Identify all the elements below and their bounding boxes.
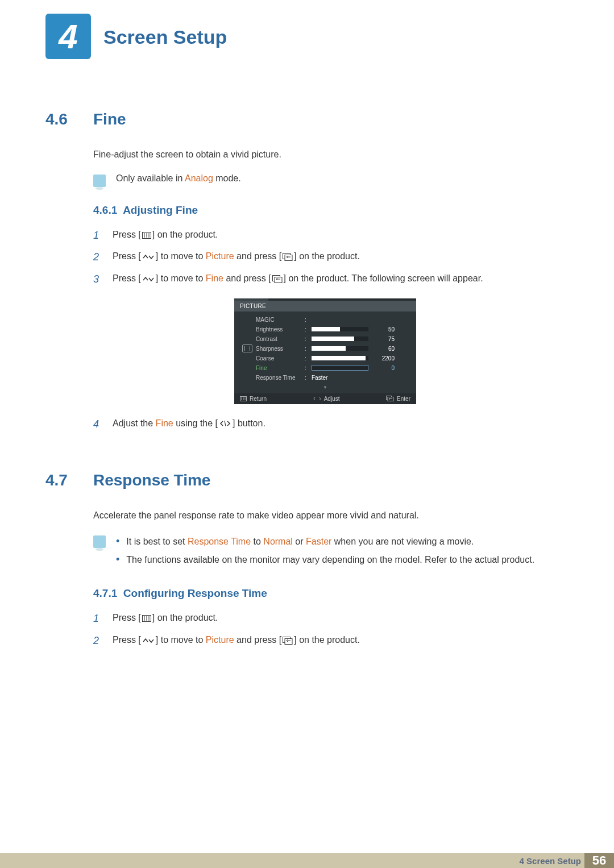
subsection-title: 4.6.1 Adjusting Fine	[93, 204, 557, 217]
step-text: ] on the product.	[152, 230, 218, 239]
section-4-7: 4.7 Response Time Accelerate the panel r…	[45, 471, 557, 654]
section-4-6: 4.6 Fine Fine-adjust the screen to obtai…	[45, 110, 557, 437]
step-highlight: Picture	[206, 635, 234, 645]
step-text: and press [	[223, 273, 271, 283]
enter-icon	[272, 275, 283, 283]
osd-row-response: Response Time	[256, 375, 300, 381]
note: •It is best to set Response Time to Norm…	[93, 534, 557, 570]
osd-header: PICTURE	[234, 301, 416, 312]
step-text: Press [	[113, 613, 141, 622]
leftright-icon	[219, 420, 231, 427]
svg-rect-20	[285, 638, 292, 644]
step-text: Press [	[113, 273, 141, 283]
page-number: 56	[584, 853, 614, 868]
step-number: 4	[93, 416, 103, 433]
steps-list: 1 Press [] on the product. 2 Press [] to…	[93, 227, 557, 288]
svg-rect-5	[285, 255, 292, 261]
page-footer: 4 Screen Setup 56	[0, 853, 614, 868]
note-text-pre: Only available in	[116, 173, 185, 183]
steps-list-cont: 4 Adjust the Fine using the [] button.	[93, 416, 557, 433]
step-highlight: Fine	[156, 418, 173, 428]
note-icon	[93, 535, 106, 548]
step-text: Press [	[113, 251, 141, 261]
subsection-number: 4.6.1	[93, 204, 117, 216]
osd-row-fine: Fine	[256, 365, 300, 371]
enter-icon	[283, 637, 293, 645]
step-text: ] to move to	[156, 251, 206, 261]
intro-text: Fine-adjust the screen to obtain a vivid…	[93, 148, 557, 162]
osd-row-sharpness: Sharpness	[256, 346, 300, 352]
note-item: •The functions available on the monitor …	[116, 553, 534, 567]
osd-val-fine: 0	[373, 365, 395, 371]
osd-foot-enter: Enter	[386, 396, 410, 402]
osd-foot-adjust: Adjust	[313, 396, 340, 402]
step-2: 2 Press [] to move to Picture and press …	[93, 248, 557, 266]
chapter-badge: 4	[45, 14, 91, 59]
step-text: using the [	[173, 418, 218, 428]
osd-val-sharpness: 60	[373, 346, 395, 352]
note-item: •It is best to set Response Time to Norm…	[116, 534, 534, 549]
osd-val-brightness: 50	[373, 326, 395, 333]
step-number: 2	[93, 632, 103, 650]
section-title: Fine	[93, 110, 557, 128]
step-2: 2 Press [] to move to Picture and press …	[93, 632, 557, 650]
osd-menu-icon	[242, 344, 252, 352]

osd-row-brightness: Brightness	[256, 326, 300, 333]
section-number: 4.7	[45, 471, 93, 654]
step-text: and press [	[234, 251, 282, 261]
updown-icon	[142, 276, 155, 283]
osd-val-response: Faster	[312, 375, 327, 381]
note: Only available in Analog mode.	[93, 173, 557, 187]
svg-line-14	[225, 421, 226, 426]
step-text: ] on the product.	[294, 635, 360, 645]
osd-row-coarse: Coarse	[256, 355, 300, 362]
osd-row-contrast: Contrast	[256, 336, 300, 342]
page-title: Screen Setup	[103, 14, 227, 48]
subsection-number: 4.7.1	[93, 587, 117, 599]
step-text: ] on the product. The following screen w…	[284, 273, 483, 283]
osd-screenshot: PICTURE MAGIC: Brightness:50 Contrast:75…	[234, 298, 416, 404]
osd-val-contrast: 75	[373, 336, 395, 342]
enter-icon	[283, 253, 293, 261]
page-header: 4 Screen Setup	[0, 0, 614, 59]
step-4: 4 Adjust the Fine using the [] button.	[93, 416, 557, 433]
step-text: ] on the product.	[294, 251, 360, 261]
note-text-highlight: Analog	[185, 173, 213, 183]
step-number: 3	[93, 271, 103, 288]
osd-row-magic: MAGIC	[256, 317, 300, 323]
osd-foot-return: Return	[240, 396, 267, 402]
step-highlight: Fine	[206, 273, 223, 283]
step-text: ] to move to	[156, 635, 206, 645]
subsection-heading: Configuring Response Time	[123, 587, 267, 599]
step-highlight: Picture	[206, 251, 234, 261]
menu-icon	[142, 615, 151, 622]
intro-text: Accelerate the panel response rate to ma…	[93, 509, 557, 523]
step-number: 1	[93, 227, 103, 244]
note-text-post: mode.	[213, 173, 241, 183]
step-text: Adjust the	[113, 418, 156, 428]
steps-list: 1 Press [] on the product. 2 Press [] to…	[93, 610, 557, 649]
step-text: and press [	[234, 635, 282, 645]
step-text: Press [	[113, 230, 141, 239]
step-text: Press [	[113, 635, 141, 645]
step-text: ] button.	[233, 418, 265, 428]
step-1: 1 Press [] on the product.	[93, 610, 557, 628]
step-text: ] to move to	[156, 273, 206, 283]
subsection-title: 4.7.1 Configuring Response Time	[93, 587, 557, 600]
step-number: 2	[93, 248, 103, 266]
updown-icon	[142, 254, 155, 260]
subsection-heading: Adjusting Fine	[123, 204, 198, 216]
menu-icon	[142, 232, 151, 239]
section-number: 4.6	[45, 110, 93, 437]
step-3: 3 Press [] to move to Fine and press [] …	[93, 271, 557, 288]
osd-val-coarse: 2200	[373, 355, 395, 362]
updown-icon	[142, 637, 155, 644]
svg-rect-7	[275, 277, 282, 283]
note-icon	[93, 175, 106, 187]
footer-text: 4 Screen Setup	[520, 856, 581, 866]
section-title: Response Time	[93, 471, 557, 489]
step-text: ] on the product.	[152, 613, 218, 622]
step-number: 1	[93, 610, 103, 628]
step-1: 1 Press [] on the product.	[93, 227, 557, 244]
